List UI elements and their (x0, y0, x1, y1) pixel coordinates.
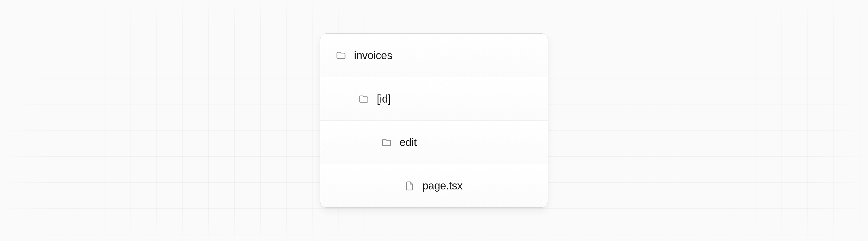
tree-label: invoices (354, 50, 392, 62)
tree-label: edit (400, 136, 416, 148)
folder-icon (381, 137, 392, 148)
tree-row-id: [id] (320, 77, 548, 121)
tree-label: page.tsx (422, 180, 463, 192)
tree-row-invoices: invoices (320, 34, 548, 77)
tree-label: [id] (377, 93, 391, 105)
stage: invoices [id] edit (0, 0, 868, 241)
file-tree: invoices [id] edit (320, 33, 548, 208)
folder-icon (358, 94, 369, 104)
tree-row-page: page.tsx (320, 164, 548, 207)
tree-row-edit: edit (320, 121, 548, 164)
folder-icon (336, 50, 346, 61)
file-icon (404, 180, 415, 191)
